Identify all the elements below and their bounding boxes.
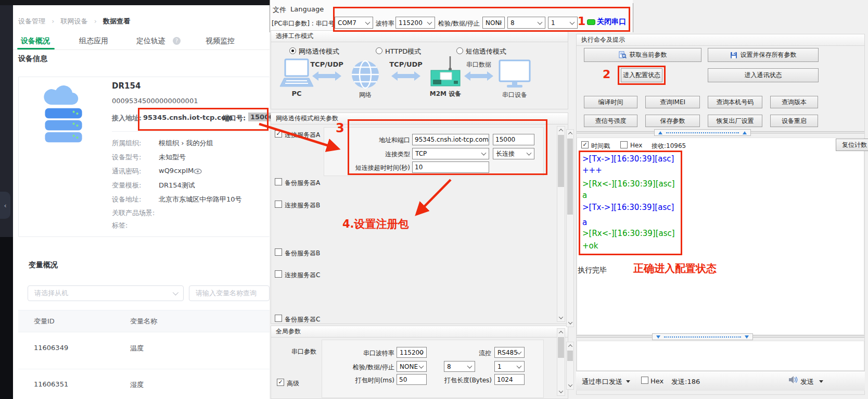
btn-label: 查询版本 — [782, 98, 807, 107]
conn-type-select[interactable]: TCP — [412, 148, 489, 159]
radio-httpd[interactable] — [376, 47, 382, 54]
send-input-area[interactable] — [577, 341, 864, 371]
breadcrumb-networked-devices[interactable]: 联网设备 — [60, 17, 87, 25]
server-c-label[interactable]: 连接服务器C — [285, 271, 320, 280]
radio-httpd-label[interactable]: HTTPD模式 — [385, 47, 421, 56]
save-all-params-button[interactable]: 设置并保存所有参数 — [708, 48, 819, 62]
send-button[interactable]: 发送 — [800, 377, 814, 386]
field-label: 设备型号: — [112, 153, 141, 162]
radio-net-transparent[interactable] — [289, 47, 296, 54]
conn-type-value: TCP — [415, 150, 427, 157]
tab-scada-app[interactable]: 组态应用 — [79, 36, 108, 46]
backup-server-b-label[interactable]: 备份服务器B — [285, 249, 320, 258]
server-a-checkbox[interactable] — [275, 130, 282, 138]
g-stopbits-select[interactable]: 1 — [494, 361, 525, 372]
server-a-port-input[interactable]: 15000 — [493, 134, 534, 145]
breadcrumb-device-mgmt[interactable]: 设备管理 — [18, 17, 45, 25]
scroll-up-icon[interactable] — [567, 130, 573, 137]
scrollbar-thumb[interactable] — [567, 351, 573, 361]
server-b-checkbox[interactable] — [275, 201, 282, 208]
parity-select[interactable]: NONI — [482, 17, 505, 29]
send-hex-checkbox[interactable] — [641, 377, 648, 384]
keepalive-select[interactable]: 长连接 — [493, 148, 534, 159]
backup-server-c-checkbox[interactable] — [275, 315, 282, 322]
help-icon[interactable]: ? — [173, 37, 181, 45]
slave-select-placeholder: 请选择从机 — [34, 289, 68, 298]
query-signal-button[interactable]: 查信号强度 — [584, 115, 637, 127]
tab-video-monitor[interactable]: 视频监控 — [206, 36, 235, 46]
scrollbar-thumb[interactable] — [558, 135, 564, 187]
advanced-label[interactable]: 高级 — [287, 379, 299, 388]
query-version-button[interactable]: 查询版本 — [770, 96, 818, 108]
g-databits-select[interactable]: 8 — [444, 361, 475, 372]
splitter-handle[interactable] — [654, 129, 751, 136]
reset-counter-button[interactable]: 复位计数 — [836, 139, 868, 151]
scroll-down-icon[interactable] — [567, 382, 573, 389]
tab-device-overview[interactable]: 设备概况 — [21, 36, 50, 46]
com-port-value: COM7 — [338, 19, 356, 27]
close-serial-link[interactable]: 关闭串口 — [597, 17, 626, 27]
g-baud-select[interactable]: 115200 — [397, 347, 427, 358]
save-params-button[interactable]: 保存参数 — [645, 115, 700, 127]
variables-title: 变量概况 — [29, 260, 58, 270]
enter-config-button[interactable]: 进入配置状态 — [621, 68, 662, 82]
scrollbar-thumb[interactable] — [567, 139, 573, 215]
server-a-address-input[interactable]: 95345.cnsh.iot-tcp.com — [412, 134, 489, 145]
backup-server-a-checkbox[interactable] — [275, 178, 282, 185]
radio-net-transparent-label[interactable]: 网络透传模式 — [299, 47, 339, 56]
scroll-down-icon[interactable] — [557, 388, 565, 395]
com-port-select[interactable]: COM7 — [335, 17, 373, 29]
send-via-serial-dropdown[interactable]: 通过串口发送 — [582, 377, 622, 386]
server-c-checkbox[interactable] — [275, 270, 282, 278]
get-params-button[interactable]: 获取当前参数 — [584, 48, 701, 62]
slave-select[interactable]: 请选择从机 — [28, 285, 184, 301]
splitter-handle[interactable] — [652, 333, 753, 340]
scrollbar-thumb[interactable] — [558, 337, 564, 358]
menu-language[interactable]: Language — [290, 5, 324, 13]
timestamp-checkbox[interactable] — [581, 141, 589, 148]
recv-hex-checkbox[interactable] — [620, 141, 628, 148]
scroll-down-icon[interactable] — [557, 314, 565, 321]
radio-sms-transparent[interactable] — [456, 47, 463, 54]
scroll-up-icon[interactable] — [567, 342, 573, 350]
tab-location-track[interactable]: 定位轨迹 — [136, 36, 165, 46]
flow-select[interactable]: RS485 — [494, 347, 525, 358]
short-conn-timeout-input[interactable]: 10 — [412, 161, 489, 173]
timestamp-label[interactable]: 时间戳 — [591, 142, 610, 151]
g-parity-select[interactable]: NONE — [397, 361, 427, 372]
baud-select[interactable]: 115200 — [395, 17, 435, 29]
pack-time-input[interactable]: 50 — [397, 374, 427, 385]
query-phone-button[interactable]: 查询本机号码 — [708, 96, 762, 108]
query-imei-button[interactable]: 查询IMEI — [645, 96, 700, 108]
toolbar-separator — [633, 3, 633, 32]
radio-sms-transparent-label[interactable]: 短信透传模式 — [466, 47, 506, 56]
databits-select[interactable]: 8 — [507, 17, 545, 29]
short-conn-timeout-label: 短连接超时时间(秒) — [306, 164, 410, 172]
backup-server-b-checkbox[interactable] — [275, 248, 282, 256]
parity-value: NONI — [486, 19, 502, 27]
globalparams-scrollbar[interactable] — [557, 328, 565, 396]
variable-search-input[interactable]: 请输入变量名称查询 — [189, 285, 270, 301]
scroll-up-icon[interactable] — [557, 329, 565, 336]
g-baud-value: 115200 — [400, 349, 424, 356]
sidebar-collapse-handle[interactable]: ‹ — [0, 192, 10, 219]
log-scrollbar[interactable] — [566, 129, 574, 327]
server-b-label[interactable]: 连接服务器B — [285, 201, 320, 210]
send-hex-label[interactable]: Hex — [650, 377, 663, 385]
send-scrollbar[interactable] — [566, 342, 574, 390]
netparams-scrollbar[interactable] — [557, 126, 565, 322]
enter-comm-button[interactable]: 进入通讯状态 — [708, 68, 819, 82]
backup-server-c-label[interactable]: 备份服务器C — [285, 315, 320, 324]
pack-len-input[interactable]: 1024 — [494, 374, 525, 385]
scroll-down-icon[interactable] — [567, 319, 573, 327]
factory-reset-button[interactable]: 恢复出厂设置 — [708, 115, 762, 127]
compile-time-button[interactable]: 编译时间 — [584, 96, 637, 108]
backup-server-a-label[interactable]: 备份服务器A — [285, 179, 320, 188]
recv-hex-label[interactable]: Hex — [630, 142, 642, 149]
menu-file[interactable]: 文件 — [273, 5, 286, 15]
stopbits-select[interactable]: 1 — [548, 17, 578, 29]
scroll-up-icon[interactable] — [557, 127, 565, 134]
advanced-checkbox[interactable] — [277, 379, 284, 386]
device-reboot-button[interactable]: 设备重启 — [770, 115, 818, 127]
eye-icon[interactable] — [194, 168, 202, 174]
